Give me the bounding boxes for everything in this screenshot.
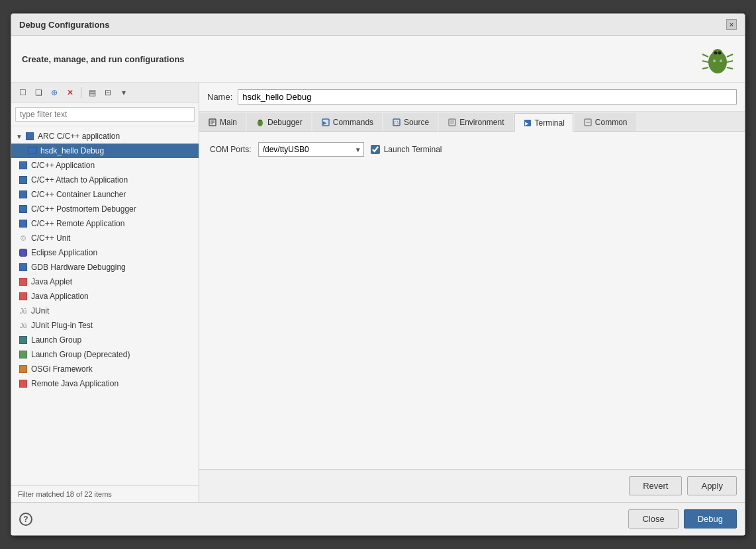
dialog-title: Debug Configurations (19, 20, 110, 30)
eclipse-app-item[interactable]: Eclipse Application (11, 245, 199, 260)
cpp-remote-item[interactable]: C/C++ Remote Application (11, 216, 199, 231)
remote-java-label: Remote Java Application (31, 379, 118, 388)
hsdk-hello-debug-item[interactable]: hsdk_hello Debug (11, 144, 199, 158)
osgi-item[interactable]: OSGi Framework (11, 362, 199, 376)
com-ports-row: COM Ports: /dev/ttyUSB0 /dev/ttyUSB1 /de… (210, 142, 734, 157)
debug-button[interactable]: Debug (684, 509, 737, 528)
java-applet-label: Java Applet (31, 277, 72, 286)
new-icon: ☐ (19, 88, 26, 97)
collapse-button[interactable]: ▤ (85, 85, 99, 100)
java-applet-icon (18, 276, 28, 287)
svg-point-8 (714, 52, 718, 55)
junit-plugin-item[interactable]: Jü JUnit Plug-in Test (11, 318, 199, 333)
close-button[interactable]: × (726, 19, 737, 30)
osgi-icon (18, 364, 28, 374)
save-as-button[interactable]: ⊕ (47, 85, 62, 100)
com-ports-label: COM Ports: (210, 145, 252, 154)
cpp-remote-icon (18, 218, 28, 229)
svg-text:▶: ▶ (323, 120, 327, 125)
tab-debugger[interactable]: Debugger (247, 113, 311, 131)
hsdk-label: hsdk_hello Debug (40, 146, 104, 155)
name-input[interactable] (238, 89, 737, 105)
svg-line-7 (727, 67, 733, 69)
cpp-attach-label: C/C++ Attach to Application (31, 175, 128, 185)
com-ports-select[interactable]: /dev/ttyUSB0 /dev/ttyUSB1 /dev/ttyS0 (258, 142, 364, 157)
cpp-postmortem-item[interactable]: C/C++ Postmortem Debugger (11, 202, 199, 216)
view-menu-button[interactable]: ▾ (117, 85, 131, 100)
subtitle-bar: Create, manage, and run configurations (11, 36, 745, 83)
remote-java-item[interactable]: Remote Java Application (11, 376, 199, 391)
tab-main[interactable]: Main (199, 113, 246, 131)
filter-input[interactable] (15, 107, 195, 122)
footer-row: ? Close Debug (11, 502, 745, 535)
expand-icon: ▼ (15, 132, 23, 140)
arc-group: ▼ ARC C/C++ application hsdk_hello Debug (11, 129, 199, 158)
launch-terminal-wrap: Launch Terminal (371, 145, 442, 154)
tab-terminal[interactable]: ▶ Terminal (514, 113, 573, 132)
tab-commands[interactable]: ▶ Commands (312, 113, 382, 131)
java-application-label: Java Application (31, 292, 89, 301)
java-applet-item[interactable]: Java Applet (11, 274, 199, 289)
tree: ▼ ARC C/C++ application hsdk_hello Debug (11, 126, 199, 486)
revert-button[interactable]: Revert (629, 476, 682, 495)
cpp-unit-item[interactable]: © C/C++ Unit (11, 231, 199, 245)
apply-button[interactable]: Apply (687, 476, 737, 495)
remote-java-icon (18, 378, 28, 389)
launch-group-deprecated-item[interactable]: Launch Group (Deprecated) (11, 347, 199, 362)
hsdk-icon (27, 146, 38, 156)
svg-line-4 (702, 67, 708, 69)
cpp-attach-icon (18, 175, 28, 185)
arc-icon (24, 131, 35, 142)
tab-source[interactable]: { } Source (383, 113, 438, 131)
filter-icon: ⊟ (105, 88, 111, 97)
collapse-icon: ▤ (89, 88, 96, 97)
tab-environment[interactable]: Environment (439, 113, 512, 131)
gdb-hardware-label: GDB Hardware Debugging (31, 263, 126, 272)
tab-content: COM Ports: /dev/ttyUSB0 /dev/ttyUSB1 /de… (199, 132, 745, 469)
junit-icon: Jü (18, 306, 28, 316)
help-button[interactable]: ? (19, 513, 32, 526)
java-application-icon (18, 291, 28, 302)
footer-btns: Close Debug (628, 509, 737, 528)
filter-input-wrap (11, 103, 199, 126)
junit-item[interactable]: Jü JUnit (11, 304, 199, 318)
close-button[interactable]: Close (628, 509, 678, 528)
duplicate-button[interactable]: ❏ (31, 85, 46, 100)
view-menu-icon: ▾ (122, 88, 126, 97)
commands-tab-label: Commands (333, 118, 373, 127)
toolbar-separator (81, 87, 81, 98)
java-application-item[interactable]: Java Application (11, 289, 199, 304)
tab-common[interactable]: Common (575, 113, 636, 131)
new-config-button[interactable]: ☐ (15, 85, 30, 100)
launch-group-icon (18, 335, 28, 345)
environment-tab-label: Environment (459, 118, 504, 127)
terminal-tab-label: Terminal (535, 118, 565, 128)
bug-icon (701, 42, 734, 75)
cpp-app-label: C/C++ Application (31, 161, 95, 170)
launch-group-deprecated-label: Launch Group (Deprecated) (31, 350, 130, 359)
right-panel: Name: Main Debugger (199, 83, 745, 502)
main-content: ☐ ❏ ⊕ ✕ ▤ ⊟ ▾ (11, 83, 745, 502)
source-tab-label: Source (404, 118, 429, 127)
cpp-container-item[interactable]: C/C++ Container Launcher (11, 187, 199, 202)
main-tab-label: Main (220, 118, 237, 127)
arc-group-header[interactable]: ▼ ARC C/C++ application (11, 129, 199, 144)
filter-button[interactable]: ⊟ (101, 85, 115, 100)
launch-group-label: Launch Group (31, 335, 81, 345)
subtitle-text: Create, manage, and run configurations (22, 54, 185, 64)
cpp-attach-item[interactable]: C/C++ Attach to Application (11, 173, 199, 187)
svg-point-1 (712, 49, 723, 60)
gdb-hardware-item[interactable]: GDB Hardware Debugging (11, 260, 199, 274)
toolbar: ☐ ❏ ⊕ ✕ ▤ ⊟ ▾ (11, 83, 199, 103)
launch-terminal-checkbox[interactable] (371, 145, 380, 154)
svg-rect-24 (449, 119, 455, 126)
save-icon: ⊕ (51, 88, 58, 97)
arc-group-label: ARC C/C++ application (38, 132, 120, 141)
filter-status: Filter matched 18 of 22 items (11, 486, 199, 502)
junit-plugin-label: JUnit Plug-in Test (31, 321, 93, 330)
delete-button[interactable]: ✕ (63, 85, 77, 100)
cpp-app-item[interactable]: C/C++ Application (11, 158, 199, 173)
common-tab-icon (583, 118, 592, 127)
launch-group-item[interactable]: Launch Group (11, 333, 199, 347)
svg-point-11 (720, 60, 722, 62)
